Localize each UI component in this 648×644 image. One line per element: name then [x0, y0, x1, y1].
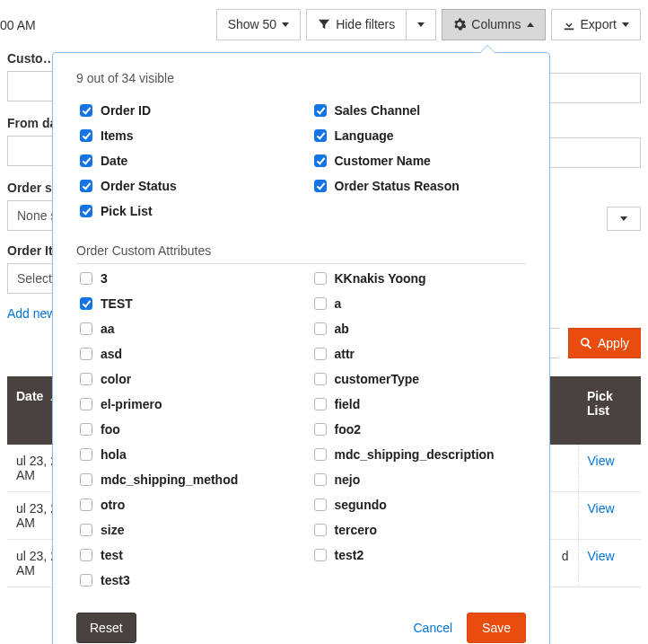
checkbox-label-size[interactable]: size [101, 523, 124, 538]
chevron-up-icon [527, 22, 534, 27]
filter-icon [318, 18, 330, 31]
checkbox-label-mdc-shipping-method[interactable]: mdc_shipping_method [101, 472, 238, 488]
checkbox-a[interactable] [314, 297, 327, 310]
checkbox-label-mdc-shipping-description[interactable]: mdc_shipping_description [335, 447, 495, 463]
checkbox-test[interactable] [80, 549, 92, 561]
hide-filters-label: Hide filters [336, 17, 395, 32]
checkbox-label-test[interactable]: TEST [101, 296, 133, 312]
checkbox-label-order-id[interactable]: Order ID [101, 103, 151, 119]
checkbox-label-nejo[interactable]: nejo [335, 472, 361, 488]
hide-filters-caret[interactable] [407, 9, 436, 40]
checkbox-label-asd[interactable]: asd [101, 347, 122, 362]
checkbox-order-id[interactable] [80, 104, 92, 117]
checkbox-aa[interactable] [80, 322, 92, 335]
chevron-down-icon [282, 22, 289, 27]
checkbox-tercero[interactable] [314, 524, 327, 536]
checkbox-label-items[interactable]: Items [101, 128, 134, 144]
checkbox-label-kknakis-yoong[interactable]: KKnakis Yoong [335, 271, 426, 287]
checkbox-order-status[interactable] [80, 180, 92, 192]
checkbox-label-test3[interactable]: test3 [101, 573, 130, 588]
hide-filters-button[interactable]: Hide filters [306, 9, 407, 40]
checkbox-label-otro[interactable]: otro [101, 498, 125, 513]
columns-button[interactable]: Columns [442, 9, 545, 40]
checkbox-label-order-status[interactable]: Order Status [101, 179, 177, 194]
cell-picklist: View [578, 445, 641, 492]
checkbox-ab[interactable] [314, 322, 327, 335]
checkbox-label-pick-list[interactable]: Pick List [101, 204, 153, 219]
checkbox-label-customertype[interactable]: customerType [335, 372, 420, 387]
checkbox-label-field[interactable]: field [335, 397, 361, 412]
save-button[interactable]: Save [467, 613, 526, 643]
col-pick-list[interactable]: Pick List [578, 376, 641, 445]
show-count-button[interactable]: Show 50 [216, 9, 301, 40]
checkbox-label-attr[interactable]: attr [335, 347, 355, 362]
checkbox-segundo[interactable] [314, 498, 327, 511]
checkbox-test3[interactable] [80, 574, 92, 587]
checkbox-test[interactable] [80, 297, 92, 310]
checkbox-items[interactable] [80, 129, 92, 142]
checkbox-field[interactable] [314, 398, 327, 410]
checkbox-el-primero[interactable] [80, 398, 92, 410]
checkbox-nejo[interactable] [314, 473, 327, 486]
checkbox-foo[interactable] [80, 423, 92, 436]
checkbox-color[interactable] [80, 373, 92, 385]
popover-arrow [479, 45, 495, 53]
checkbox-label-language[interactable]: Language [335, 128, 394, 144]
checkbox-label-date[interactable]: Date [101, 154, 127, 169]
checkbox-customertype[interactable] [314, 373, 327, 385]
checkbox-label-ab[interactable]: ab [335, 322, 349, 337]
chevron-down-icon [417, 22, 425, 27]
checkbox-pick-list[interactable] [80, 205, 92, 217]
checkbox-foo2[interactable] [314, 423, 327, 436]
export-label: Export [581, 17, 617, 32]
cell-picklist: View [578, 491, 641, 539]
checkbox-label-3[interactable]: 3 [101, 271, 108, 287]
view-link[interactable]: View [588, 454, 615, 468]
reset-button[interactable]: Reset [76, 613, 136, 643]
search-icon [580, 337, 592, 349]
checkbox-hola[interactable] [80, 448, 92, 461]
checkbox-label-customer-name[interactable]: Customer Name [335, 154, 431, 169]
checkbox-label-test2[interactable]: test2 [335, 548, 364, 563]
export-button[interactable]: Export [551, 9, 641, 40]
checkbox-asd[interactable] [80, 348, 92, 360]
checkbox-label-foo2[interactable]: foo2 [335, 422, 362, 437]
checkbox-label-segundo[interactable]: segundo [335, 498, 387, 513]
checkbox-sales-channel[interactable] [314, 104, 327, 117]
checkbox-label-order-status-reason[interactable]: Order Status Reason [335, 179, 460, 194]
checkbox-customer-name[interactable] [314, 154, 327, 167]
checkbox-label-sales-channel[interactable]: Sales Channel [335, 103, 421, 119]
checkbox-label-test[interactable]: test [101, 548, 123, 563]
checkbox-label-aa[interactable]: aa [101, 322, 115, 337]
checkbox-label-el-primero[interactable]: el-primero [101, 397, 162, 412]
cell-picklist: View [578, 539, 641, 587]
checkbox-label-a[interactable]: a [335, 296, 342, 312]
checkbox-language[interactable] [314, 129, 327, 142]
checkbox-mdc-shipping-description[interactable] [314, 448, 327, 461]
checkbox-otro[interactable] [80, 498, 92, 511]
checkbox-3[interactable] [80, 272, 92, 285]
chevron-down-icon [622, 22, 629, 27]
visible-count: 9 out of 34 visible [76, 71, 526, 85]
bg-dropdown-button[interactable] [607, 207, 641, 231]
download-icon [563, 18, 575, 31]
checkbox-label-foo[interactable]: foo [101, 422, 120, 437]
cancel-link[interactable]: Cancel [413, 621, 452, 635]
show-count-label: Show 50 [228, 17, 276, 32]
checkbox-test2[interactable] [314, 549, 327, 561]
checkbox-order-status-reason[interactable] [314, 180, 327, 192]
apply-button[interactable]: Apply [568, 328, 641, 358]
gear-icon [453, 18, 466, 31]
apply-label: Apply [598, 336, 629, 350]
checkbox-attr[interactable] [314, 348, 327, 360]
view-link[interactable]: View [588, 549, 615, 563]
checkbox-kknakis-yoong[interactable] [314, 272, 327, 285]
checkbox-date[interactable] [80, 154, 92, 167]
custom-attributes-heading: Order Custom Attributes [76, 243, 526, 264]
checkbox-label-tercero[interactable]: tercero [335, 523, 377, 538]
checkbox-label-color[interactable]: color [101, 372, 131, 387]
checkbox-label-hola[interactable]: hola [101, 447, 127, 463]
checkbox-size[interactable] [80, 524, 92, 536]
checkbox-mdc-shipping-method[interactable] [80, 473, 92, 486]
view-link[interactable]: View [588, 501, 615, 516]
